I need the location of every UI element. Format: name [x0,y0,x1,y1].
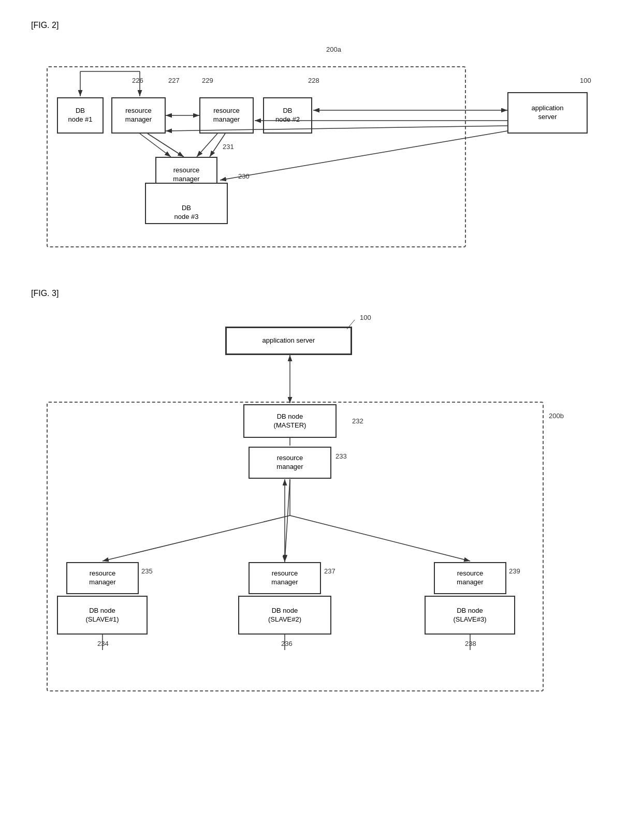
page: [FIG. 2] 200a 100 226 227 229 228 231 23… [0,0,642,840]
db-node-2: DBnode #2 [263,97,312,134]
label-235: 235 [141,567,153,575]
label-239: 239 [509,567,520,575]
label-232: 232 [352,417,363,425]
cluster-200a [47,66,466,247]
label-237: 237 [324,567,335,575]
label-229: 229 [202,77,213,84]
db-node-slave1: DB node(SLAVE#1) [57,596,148,635]
label-238: 238 [465,640,476,647]
label-234: 234 [97,640,109,647]
label-226: 226 [132,77,143,84]
fig3-section: [FIG. 3] 100 application server 200b 232… [31,289,611,712]
app-server-fig2: applicationserver [507,92,588,134]
fig3-label: [FIG. 3] [31,289,611,298]
db-node-3-outer: DBnode #3 [145,183,228,224]
fig3-diagram: 100 application server 200b 232 DB node(… [31,308,601,712]
label-100-fig3: 100 [360,314,371,321]
label-227: 227 [168,77,180,84]
label-100-fig2: 100 [580,77,591,84]
label-228: 228 [308,77,319,84]
label-231: 231 [223,143,234,151]
label-200a: 200a [326,46,341,53]
label-200b: 200b [549,412,564,420]
fig2-diagram: 200a 100 226 227 229 228 231 230 DBnode … [31,40,601,258]
resource-manager-239: resourcemanager [434,562,506,594]
resource-manager-226: resourcemanager [111,97,166,134]
cluster-200b [47,402,544,691]
db-node-master: DB node(MASTER) [243,404,337,438]
resource-manager-229: resourcemanager [199,97,254,134]
resource-manager-235: resourcemanager [66,562,139,594]
app-server-fig3: application server [225,327,352,355]
label-236: 236 [281,640,293,647]
fig2-label: [FIG. 2] [31,21,611,30]
db-node-1: DBnode #1 [57,97,104,134]
db-node-slave2: DB node(SLAVE#2) [238,596,331,635]
resource-manager-237: resourcemanager [249,562,321,594]
db-node-slave3: DB node(SLAVE#3) [425,596,515,635]
label-230: 230 [238,172,250,180]
resource-manager-233: resourcemanager [249,447,331,479]
label-233: 233 [335,452,347,460]
